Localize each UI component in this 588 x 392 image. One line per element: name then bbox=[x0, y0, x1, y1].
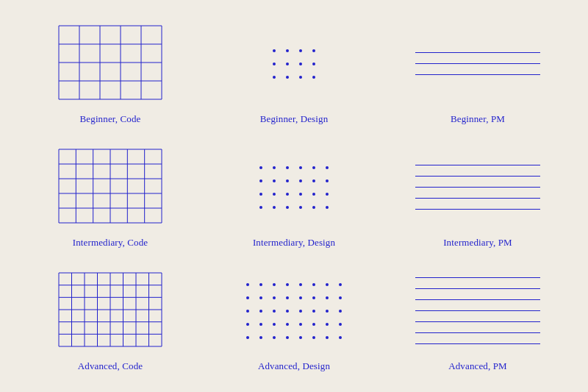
visual-beginner-pm bbox=[395, 22, 560, 106]
label-intermediary-pm: Intermediary, PM bbox=[443, 237, 512, 249]
visual-advanced-code bbox=[28, 269, 193, 353]
visual-advanced-pm bbox=[395, 269, 560, 353]
label-intermediary-design: Intermediary, Design bbox=[253, 237, 335, 249]
card-beginner-design: Beginner, Design bbox=[206, 16, 382, 132]
card-advanced-code: Advanced, Code bbox=[22, 263, 198, 379]
visual-advanced-design bbox=[212, 269, 376, 353]
label-advanced-pm: Advanced, PM bbox=[448, 360, 507, 372]
visual-beginner-design bbox=[212, 22, 376, 106]
visual-intermediary-pm bbox=[395, 146, 560, 229]
visual-intermediary-design bbox=[212, 146, 376, 229]
label-beginner-design: Beginner, Design bbox=[260, 113, 329, 125]
card-advanced-design: Advanced, Design bbox=[206, 263, 382, 379]
lines-intermediary-pm bbox=[415, 160, 540, 215]
label-advanced-code: Advanced, Code bbox=[78, 360, 143, 372]
lines-advanced-pm bbox=[415, 272, 540, 349]
card-intermediary-pm: Intermediary, PM bbox=[390, 140, 566, 256]
label-advanced-design: Advanced, Design bbox=[258, 360, 330, 372]
card-beginner-code: Beginner, Code bbox=[22, 16, 198, 132]
dots-advanced-design bbox=[241, 278, 347, 344]
card-intermediary-code: Intermediary, Code bbox=[22, 140, 198, 256]
main-grid: Beginner, CodeBeginner, DesignBeginner, … bbox=[15, 9, 573, 384]
label-beginner-pm: Beginner, PM bbox=[451, 113, 505, 125]
label-beginner-code: Beginner, Code bbox=[80, 113, 141, 125]
dots-beginner-design bbox=[268, 44, 320, 84]
card-advanced-pm: Advanced, PM bbox=[390, 263, 566, 379]
card-intermediary-design: Intermediary, Design bbox=[206, 140, 382, 256]
lines-beginner-pm bbox=[415, 47, 540, 80]
visual-beginner-code bbox=[28, 22, 193, 106]
dots-intermediary-design bbox=[254, 161, 334, 214]
visual-intermediary-code bbox=[28, 146, 193, 229]
card-beginner-pm: Beginner, PM bbox=[390, 16, 566, 132]
label-intermediary-code: Intermediary, Code bbox=[73, 237, 148, 249]
